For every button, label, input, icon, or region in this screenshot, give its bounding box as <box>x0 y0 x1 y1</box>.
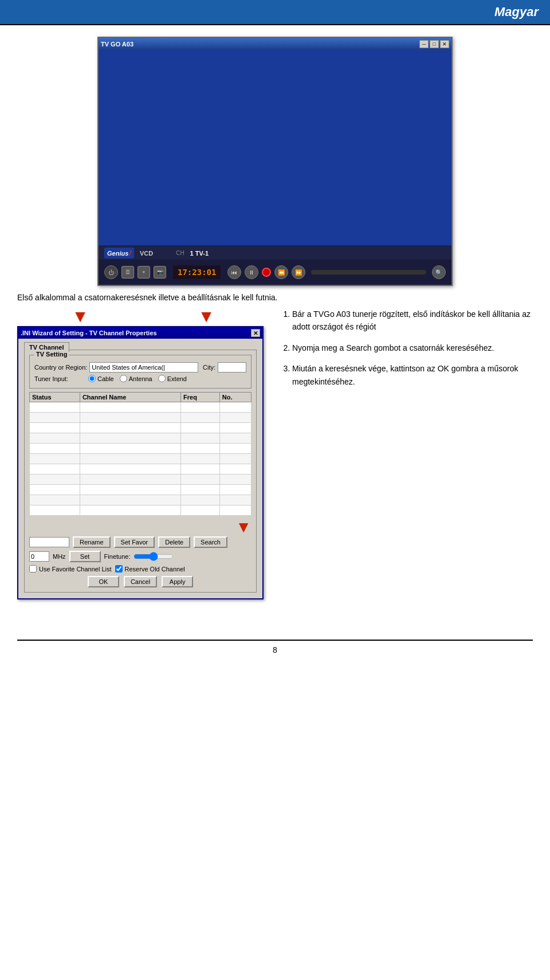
tvgo-titlebar: TV GO A03 ─ □ ✕ <box>99 38 451 50</box>
instruction-1: Bár a TVGo A03 tunerje rögzített, első i… <box>292 308 533 334</box>
bottom-section: 8 <box>0 640 550 654</box>
radio-cable[interactable] <box>88 375 96 382</box>
finetune-slider[interactable] <box>133 552 174 561</box>
main-content: TV GO A03 ─ □ ✕ Genius/ VCD CH 1 TV-1 ⏻ … <box>0 25 550 617</box>
tvgo-titlebar-buttons: ─ □ ✕ <box>419 40 449 48</box>
favorite-checkbox[interactable] <box>29 565 37 573</box>
col-no: No. <box>219 393 251 402</box>
dialog-close-button[interactable]: ✕ <box>251 329 260 337</box>
dialog-titlebar: .INI Wizard of Setting - TV Channel Prop… <box>18 327 262 339</box>
page-language-title: Magyar <box>494 5 539 19</box>
tv-setting-group: TV Setting Country or Region: City: Tune… <box>29 355 252 389</box>
rew-btn[interactable]: ⏪ <box>274 265 288 279</box>
set-button[interactable]: Set <box>69 551 101 562</box>
tvgo-close-btn[interactable]: ✕ <box>440 40 449 48</box>
ch-label: CH <box>176 250 184 256</box>
setfavor-button[interactable]: Set Favor <box>114 536 155 548</box>
mhz-label: MHz <box>53 553 66 560</box>
favorite-checkbox-label: Use Favorite Channel List <box>29 565 112 573</box>
delete-button[interactable]: Delete <box>158 536 190 548</box>
zoom-btn[interactable]: 🔍 <box>432 265 446 279</box>
country-input[interactable] <box>89 362 198 373</box>
cancel-button[interactable]: Cancel <box>124 576 157 587</box>
tvgo-screen <box>99 50 451 245</box>
tvgo-restore-btn[interactable]: □ <box>430 40 439 48</box>
arrow-1: ▼ <box>72 308 89 325</box>
radio-extend[interactable] <box>158 375 166 382</box>
table-row <box>30 444 252 454</box>
channel-btn-row: Rename Set Favor Delete Search <box>29 536 252 548</box>
country-label: Country or Region: <box>34 364 87 371</box>
plus-btn[interactable]: + <box>138 266 150 279</box>
instruction-1-text: Bár a TVGo A03 tunerje rögzített, első i… <box>292 309 531 331</box>
arrow-search: ▼ <box>235 519 252 535</box>
power-btn[interactable]: ⏻ <box>104 265 118 279</box>
col-channel-name: Channel Name <box>80 393 180 402</box>
country-row: Country or Region: City: <box>34 362 246 373</box>
header-bar: Magyar <box>0 0 550 24</box>
search-arrow-container: ▼ <box>29 519 252 535</box>
arrows-container: ▼ ▼ <box>17 308 269 325</box>
table-row <box>30 495 252 505</box>
ff-btn[interactable]: ⏩ <box>292 265 305 279</box>
instruction-3-text: Miután a keresésnek vége, kattintson az … <box>292 364 518 386</box>
tab-area: TV Channel <box>24 343 257 350</box>
table-row <box>30 454 252 464</box>
city-input[interactable] <box>218 362 246 373</box>
channel-name-input[interactable] <box>29 537 69 547</box>
apply-button[interactable]: Apply <box>162 576 193 587</box>
intro-text: Első alkalommal a csatornakeresésnek ill… <box>17 293 533 302</box>
vcd-label: VCD <box>140 250 153 257</box>
instruction-2: Nyomja meg a Search gombot a csatornák k… <box>292 342 533 354</box>
arrow-2: ▼ <box>198 308 215 325</box>
tab-tv-channel[interactable]: TV Channel <box>24 342 69 352</box>
record-btn[interactable] <box>262 268 271 277</box>
table-row <box>30 485 252 495</box>
radio-antenna[interactable] <box>120 375 127 382</box>
radio-antenna-text: Antenna <box>129 375 152 382</box>
snapshot-btn[interactable]: 📷 <box>154 266 166 279</box>
col-status: Status <box>30 393 80 402</box>
table-row <box>30 413 252 423</box>
radio-extend-label: Extend <box>158 375 187 382</box>
checkbox-row: Use Favorite Channel List Reserve Old Ch… <box>29 565 252 573</box>
tvgo-minimize-btn[interactable]: ─ <box>419 40 429 48</box>
progress-bar <box>311 270 426 275</box>
dialog-title: .INI Wizard of Setting - TV Channel Prop… <box>21 330 157 336</box>
mhz-input[interactable] <box>29 551 49 562</box>
mhz-row: MHz Set Finetune: <box>29 551 252 562</box>
rename-button[interactable]: Rename <box>73 536 111 548</box>
dialog-action-buttons: OK Cancel Apply <box>29 576 252 587</box>
tab-content: TV Setting Country or Region: City: Tune… <box>24 350 257 593</box>
favorite-checkbox-text: Use Favorite Channel List <box>39 566 112 573</box>
table-row <box>30 464 252 475</box>
genius-logo: Genius/ <box>104 248 134 258</box>
two-col-layout: ▼ ▼ .INI Wizard of Setting - TV Channel … <box>17 308 533 599</box>
col-freq: Freq <box>181 393 220 402</box>
ok-button[interactable]: OK <box>88 576 119 587</box>
tvgo-window: TV GO A03 ─ □ ✕ Genius/ VCD CH 1 TV-1 ⏻ … <box>97 37 453 286</box>
instruction-2-text: Nyomja meg a Search gombot a csatornák k… <box>292 343 494 352</box>
instructions-panel: Bár a TVGo A03 tunerje rögzített, első i… <box>281 308 533 396</box>
prev-btn[interactable]: ⏮ <box>227 265 241 279</box>
table-row <box>30 475 252 485</box>
reserve-checkbox[interactable] <box>115 565 123 573</box>
radio-cable-label: Cable <box>88 375 114 382</box>
dialog-window: .INI Wizard of Setting - TV Channel Prop… <box>17 326 264 599</box>
search-button[interactable]: Search <box>194 536 227 548</box>
page-number: 8 <box>17 645 533 654</box>
pause-btn[interactable]: ⏸ <box>245 265 258 279</box>
tuner-row: Tuner Input: Cable Antenna <box>34 375 246 382</box>
reserve-checkbox-text: Reserve Old Channel <box>125 566 185 573</box>
radio-cable-text: Cable <box>97 375 114 382</box>
radio-extend-text: Extend <box>167 375 187 382</box>
dialog-column: ▼ ▼ .INI Wizard of Setting - TV Channel … <box>17 308 269 599</box>
table-row <box>30 423 252 433</box>
tvgo-window-title: TV GO A03 <box>101 41 133 48</box>
city-label: City: <box>203 364 215 371</box>
instruction-3: Miután a keresésnek vége, kattintson az … <box>292 362 533 388</box>
tvgo-controls-row: ⏻ ☰ + 📷 17:23:01 ⏮ ⏸ ⏪ ⏩ 🔍 <box>99 260 451 285</box>
menu-btn[interactable]: ☰ <box>121 266 134 279</box>
genius-text: Genius <box>107 250 128 257</box>
bottom-rule <box>17 640 533 641</box>
